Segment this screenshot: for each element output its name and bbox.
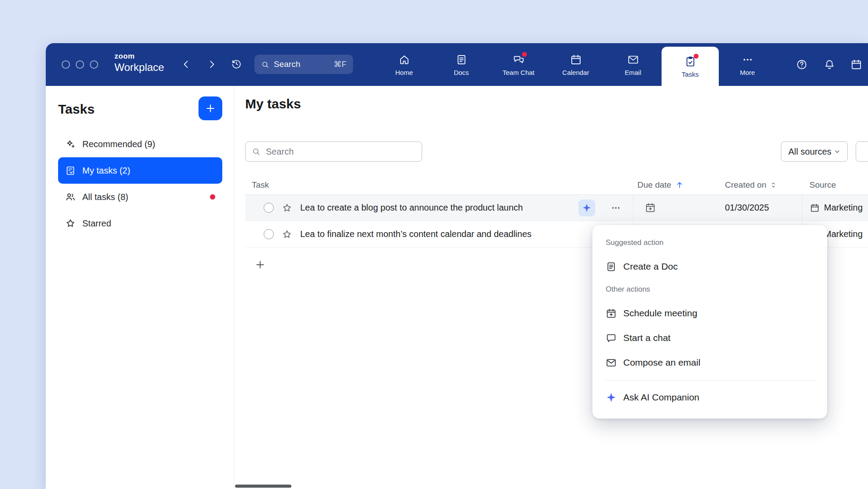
home-icon bbox=[398, 54, 410, 66]
search-shortcut: ⌘F bbox=[334, 59, 346, 69]
all-tasks-badge bbox=[210, 194, 215, 200]
sidebar-item-all-tasks[interactable]: All tasks (8) bbox=[58, 184, 222, 210]
new-task-button[interactable] bbox=[199, 96, 222, 120]
menu-compose-email[interactable]: Compose an email bbox=[592, 350, 827, 375]
app-brand: zoom Workplace bbox=[114, 52, 164, 73]
header-due-date[interactable]: Due date bbox=[633, 180, 717, 190]
star-icon bbox=[65, 218, 76, 229]
tasks-sidebar: Tasks Recommended (9) My tasks (2) bbox=[46, 86, 234, 489]
global-search-label: Search bbox=[274, 59, 329, 69]
menu-section-label: Suggested action bbox=[592, 236, 827, 250]
plus-icon bbox=[254, 259, 266, 270]
nav-calendar[interactable]: Calendar bbox=[547, 43, 604, 86]
chevron-right-icon bbox=[206, 59, 217, 70]
task-row[interactable]: Lea to create a blog post to announce th… bbox=[245, 195, 868, 221]
nav-docs[interactable]: Docs bbox=[433, 43, 490, 86]
sort-ascending-icon bbox=[675, 181, 684, 189]
search-icon bbox=[252, 147, 261, 156]
horizontal-scrollbar[interactable] bbox=[235, 485, 291, 488]
menu-schedule-meeting[interactable]: Schedule meeting bbox=[592, 301, 827, 326]
sidebar-header: Tasks bbox=[58, 96, 222, 125]
header-task[interactable]: Task bbox=[245, 180, 633, 190]
row-more-button[interactable] bbox=[610, 202, 622, 214]
top-bar: zoom Workplace Search ⌘F Home bbox=[46, 43, 868, 86]
zoom-workplace-window: zoom Workplace Search ⌘F Home bbox=[46, 43, 868, 489]
sidebar-item-recommended[interactable]: Recommended (9) bbox=[58, 131, 222, 157]
back-button[interactable] bbox=[180, 59, 192, 70]
email-icon bbox=[627, 54, 639, 66]
clipped-filter-control[interactable] bbox=[856, 141, 868, 162]
calendar-icon bbox=[570, 54, 582, 66]
ai-actions-button[interactable] bbox=[578, 200, 595, 216]
history-button[interactable] bbox=[231, 58, 242, 70]
complete-task-checkbox[interactable] bbox=[264, 229, 274, 239]
window-control-close[interactable] bbox=[62, 60, 70, 69]
calendar-icon bbox=[850, 59, 862, 70]
suggested-actions-menu: Suggested action Create a Doc Other acti… bbox=[592, 225, 827, 419]
table-header-row: Task Due date Created on Source bbox=[245, 175, 868, 195]
more-icon bbox=[742, 54, 754, 66]
calendar-plus-icon bbox=[645, 202, 656, 213]
notifications-button[interactable] bbox=[824, 59, 835, 70]
nav-team-chat[interactable]: Team Chat bbox=[490, 43, 547, 86]
menu-ask-ai-companion[interactable]: Ask AI Companion bbox=[592, 385, 827, 410]
source-cell: Marketing bbox=[802, 195, 868, 221]
global-search[interactable]: Search ⌘F bbox=[254, 55, 353, 74]
window-control-minimize[interactable] bbox=[76, 60, 84, 69]
team-chat-icon bbox=[513, 54, 525, 66]
menu-start-chat[interactable]: Start a chat bbox=[592, 326, 827, 350]
ellipsis-icon bbox=[610, 202, 622, 214]
header-source[interactable]: Source bbox=[802, 180, 868, 190]
sidebar-item-starred[interactable]: Starred bbox=[58, 210, 222, 237]
nav-more[interactable]: More bbox=[719, 43, 776, 86]
forward-button[interactable] bbox=[206, 59, 217, 70]
workplace-wordmark: Workplace bbox=[114, 62, 164, 73]
help-icon bbox=[796, 59, 808, 70]
header-created-on[interactable]: Created on bbox=[717, 180, 802, 190]
task-title[interactable]: Lea to finalize next month’s content cal… bbox=[300, 229, 622, 239]
task-list-icon bbox=[65, 165, 76, 176]
sources-filter[interactable]: All sources bbox=[781, 141, 848, 162]
ai-companion-icon bbox=[606, 392, 617, 403]
nav-home[interactable]: Home bbox=[375, 43, 433, 86]
menu-divider bbox=[605, 380, 815, 381]
sidebar-item-label: Recommended (9) bbox=[82, 139, 155, 149]
tasks-icon bbox=[684, 56, 696, 67]
task-search[interactable] bbox=[245, 141, 422, 162]
nav-more-label: More bbox=[740, 69, 755, 76]
sources-filter-label: All sources bbox=[788, 147, 831, 157]
search-icon bbox=[261, 60, 269, 69]
sidebar-item-my-tasks[interactable]: My tasks (2) bbox=[58, 157, 222, 184]
team-chat-badge bbox=[522, 52, 527, 57]
due-date-cell[interactable] bbox=[633, 195, 717, 221]
nav-email[interactable]: Email bbox=[604, 43, 662, 86]
docs-icon bbox=[456, 54, 467, 66]
task-search-input[interactable] bbox=[265, 146, 416, 157]
bell-icon bbox=[824, 59, 835, 70]
chevron-left-icon bbox=[180, 59, 192, 70]
menu-create-doc[interactable]: Create a Doc bbox=[592, 254, 827, 279]
sidebar-item-label: Starred bbox=[82, 219, 111, 229]
window-control-maximize[interactable] bbox=[90, 60, 98, 69]
nav-calendar-label: Calendar bbox=[563, 69, 589, 76]
history-icon bbox=[231, 58, 242, 70]
page-title: My tasks bbox=[245, 96, 301, 111]
calendar-icon bbox=[810, 203, 820, 213]
add-task-button[interactable] bbox=[254, 259, 266, 270]
zoom-logo: zoom bbox=[114, 52, 164, 60]
nav-home-label: Home bbox=[395, 69, 413, 76]
chat-icon bbox=[606, 333, 617, 344]
menu-section-label: Other actions bbox=[592, 282, 827, 296]
task-title[interactable]: Lea to create a blog post to announce th… bbox=[300, 203, 570, 213]
nav-email-label: Email bbox=[625, 69, 641, 76]
sidebar-item-label: All tasks (8) bbox=[82, 192, 128, 202]
email-icon bbox=[606, 357, 617, 368]
mini-calendar-button[interactable] bbox=[850, 59, 862, 70]
complete-task-checkbox[interactable] bbox=[264, 203, 274, 213]
star-icon[interactable] bbox=[282, 229, 292, 240]
help-button[interactable] bbox=[796, 59, 808, 70]
tasks-badge bbox=[694, 54, 699, 59]
nav-tasks[interactable]: Tasks bbox=[662, 47, 719, 86]
star-icon[interactable] bbox=[282, 203, 292, 213]
ai-companion-icon bbox=[582, 203, 592, 213]
